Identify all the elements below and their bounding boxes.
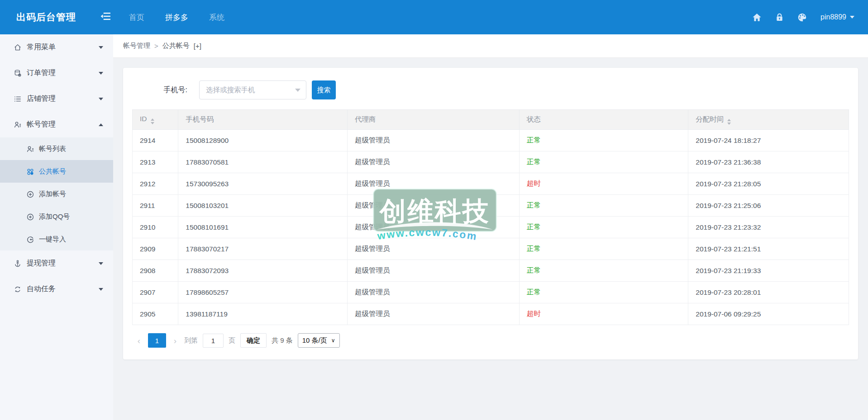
column-header[interactable]: ID xyxy=(133,110,178,130)
sort-icon xyxy=(151,118,154,124)
cell-agent: 超级管理员 xyxy=(347,303,519,325)
cell-phone: 15008103201 xyxy=(178,195,348,217)
total-count-label: 共 9 条 xyxy=(272,336,293,345)
database-icon xyxy=(14,69,22,77)
table-row: 290817883072093超级管理员正常2019-07-23 21:19:3… xyxy=(133,260,849,282)
cell-status: 正常 xyxy=(519,151,688,173)
cell-phone: 17883070217 xyxy=(178,238,348,260)
current-page-button[interactable]: 1 xyxy=(148,333,166,348)
cell-agent: 超级管理员 xyxy=(347,282,519,303)
plus-circle-icon xyxy=(26,190,34,198)
column-header-label: 手机号码 xyxy=(186,115,214,123)
table-row: 290917883070217超级管理员正常2019-07-23 21:21:5… xyxy=(133,238,849,260)
sidebar-item-label: 提现管理 xyxy=(27,259,56,268)
cell-status: 正常 xyxy=(519,130,688,151)
cell-agent: 超级管理员 xyxy=(347,173,519,195)
user-menu[interactable]: pin8899 xyxy=(820,13,854,21)
column-header-label: 代理商 xyxy=(355,115,376,123)
sidebar-item[interactable]: 提现管理 xyxy=(0,250,113,276)
navbar-item[interactable]: 首页 xyxy=(129,12,144,23)
pagination: ‹ 1 › 到第 页 确定 共 9 条 10 条/页 ∨ xyxy=(135,333,849,348)
cell-time: 2019-07-24 18:18:27 xyxy=(688,130,849,151)
sidebar-menu: 常用菜单订单管理店铺管理帐号管理帐号列表公共帐号添加帐号添加QQ号一键导入提现管… xyxy=(0,34,113,420)
cell-phone: 15730095263 xyxy=(178,173,348,195)
cell-phone: 15008128900 xyxy=(178,130,348,151)
cell-time: 2019-07-06 09:29:25 xyxy=(688,303,849,325)
cell-phone: 13981187119 xyxy=(178,303,348,325)
sidebar-subitem[interactable]: 公共帐号 xyxy=(0,160,113,183)
cell-id: 2913 xyxy=(133,151,178,173)
cell-time: 2019-07-23 21:19:33 xyxy=(688,260,849,282)
cell-id: 2914 xyxy=(133,130,178,151)
sidebar-subitem-label: 帐号列表 xyxy=(39,145,66,153)
cell-id: 2909 xyxy=(133,238,178,260)
cell-id: 2910 xyxy=(133,217,178,238)
sidebar-subitem[interactable]: 一键导入 xyxy=(0,228,113,250)
breadcrumb: 帐号管理 > 公共帐号 [+] xyxy=(113,34,868,58)
palette-icon[interactable] xyxy=(797,13,807,22)
prev-page-button[interactable]: ‹ xyxy=(135,336,143,345)
column-header: 代理商 xyxy=(347,110,519,130)
sidebar-collapse-button[interactable] xyxy=(100,12,111,22)
breadcrumb-parent[interactable]: 帐号管理 xyxy=(123,42,150,50)
cell-id: 2911 xyxy=(133,195,178,217)
chevron-down-icon xyxy=(295,89,300,92)
cell-time: 2019-07-23 21:28:05 xyxy=(688,173,849,195)
column-header: 状态 xyxy=(519,110,688,130)
cell-time: 2019-07-23 21:21:51 xyxy=(688,238,849,260)
sidebar-item[interactable]: 帐号管理 xyxy=(0,112,113,137)
app-title: 出码后台管理 xyxy=(0,11,85,24)
plus-circle-icon xyxy=(26,213,34,221)
sidebar-subitem[interactable]: 添加QQ号 xyxy=(0,205,113,228)
cell-status: 正常 xyxy=(519,238,688,260)
sidebar-subitem-label: 添加QQ号 xyxy=(39,212,70,221)
cell-status: 正常 xyxy=(519,282,688,303)
sidebar-item[interactable]: 常用菜单 xyxy=(0,34,113,60)
cell-agent: 超级管理员 xyxy=(347,217,519,238)
breadcrumb-add-tab[interactable]: [+] xyxy=(194,42,201,50)
navbar-item[interactable]: 拼多多 xyxy=(165,12,188,23)
cell-time: 2019-07-23 21:25:06 xyxy=(688,195,849,217)
sidebar-item-label: 自动任务 xyxy=(27,284,56,294)
cell-phone: 17883070581 xyxy=(178,151,348,173)
sidebar-item[interactable]: 自动任务 xyxy=(0,276,113,302)
column-header-label: 分配时间 xyxy=(696,115,724,123)
cell-agent: 超级管理员 xyxy=(347,151,519,173)
column-header[interactable]: 分配时间 xyxy=(688,110,849,130)
cell-agent: 超级管理员 xyxy=(347,238,519,260)
cell-id: 2907 xyxy=(133,282,178,303)
chevron-down-icon xyxy=(850,16,854,19)
home-icon[interactable] xyxy=(752,13,762,22)
sidebar-subitem[interactable]: 帐号列表 xyxy=(0,137,113,160)
next-page-button[interactable]: › xyxy=(171,336,179,345)
lock-icon[interactable] xyxy=(775,13,784,22)
search-button[interactable]: 搜索 xyxy=(312,80,336,99)
chevron-down-icon xyxy=(99,288,103,291)
table-row: 291215730095263超级管理员超时2019-07-23 21:28:0… xyxy=(133,173,849,195)
users-icon xyxy=(26,145,34,153)
sort-icon xyxy=(727,119,731,125)
accounts-table: ID手机号码代理商状态分配时间 291415008128900超级管理员正常20… xyxy=(132,109,849,325)
sidebar-item[interactable]: 店铺管理 xyxy=(0,86,113,112)
page-size-select[interactable]: 10 条/页 ∨ xyxy=(298,333,340,348)
confirm-button[interactable]: 确定 xyxy=(240,333,267,348)
sidebar-item-label: 店铺管理 xyxy=(27,94,56,104)
cell-phone: 17883072093 xyxy=(178,260,348,282)
sidebar-subitem[interactable]: 添加帐号 xyxy=(0,183,113,205)
chevron-down-icon xyxy=(99,262,103,265)
import-icon xyxy=(26,236,34,243)
cell-status: 正常 xyxy=(519,217,688,238)
table-row: 291115008103201超级管理员正常2019-07-23 21:25:0… xyxy=(133,195,849,217)
page-size-value: 10 条/页 xyxy=(302,336,327,345)
phone-select-placeholder: 选择或搜索手机 xyxy=(206,85,295,95)
table-row: 290717898605257超级管理员正常2019-07-23 20:28:0… xyxy=(133,282,849,303)
phone-select[interactable]: 选择或搜索手机 xyxy=(199,80,306,99)
cell-status: 正常 xyxy=(519,195,688,217)
sidebar-subitem-label: 添加帐号 xyxy=(39,190,66,198)
navbar-item[interactable]: 系统 xyxy=(209,12,224,23)
chevron-down-icon: ∨ xyxy=(331,337,335,344)
goto-page-input[interactable] xyxy=(203,334,224,348)
top-navbar: 出码后台管理 首页拼多多系统 pin8899 xyxy=(0,0,868,34)
sidebar-item[interactable]: 订单管理 xyxy=(0,60,113,86)
cell-time: 2019-07-23 21:36:38 xyxy=(688,151,849,173)
